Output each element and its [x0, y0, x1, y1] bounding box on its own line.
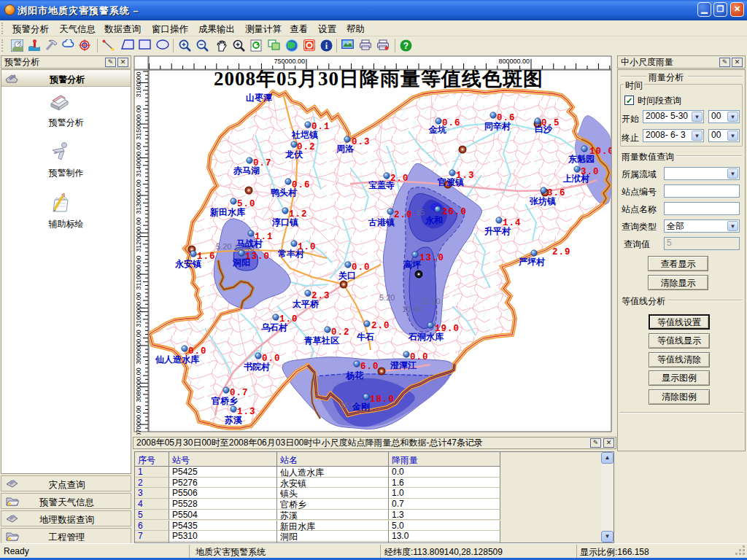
svg-text:社垲镇: 社垲镇 [291, 130, 318, 140]
svg-text:常丰村: 常丰村 [277, 249, 304, 259]
svg-text:牛石: 牛石 [357, 332, 374, 342]
svg-text:东魁园: 东魁园 [568, 154, 595, 164]
svg-text:官桥乡: 官桥乡 [211, 396, 238, 406]
svg-text:淳口镇: 淳口镇 [271, 217, 298, 228]
svg-text:3100000.00: 3100000.00 [135, 292, 142, 327]
svg-text:3140000.00: 3140000.00 [135, 142, 142, 177]
svg-text:乌石村: 乌石村 [261, 322, 287, 332]
svg-text:太平桥: 太平桥 [292, 299, 320, 309]
svg-text:周洛: 周洛 [336, 144, 355, 154]
svg-text:2.0: 2.0 [394, 210, 413, 220]
svg-text:5.20: 5.20 [216, 242, 231, 251]
svg-text:鸭头村: 鸭头村 [271, 187, 297, 198]
svg-text:3130000.00: 3130000.00 [135, 179, 142, 214]
svg-text:苏溪: 苏溪 [224, 415, 243, 425]
svg-text:仙人造水库: 仙人造水库 [155, 354, 200, 365]
svg-text:新田水库: 新田水库 [209, 207, 246, 217]
svg-text:澄潭江: 澄潭江 [390, 360, 417, 370]
svg-text:高坪: 高坪 [403, 260, 421, 270]
svg-text:古港镇: 古港镇 [368, 217, 395, 228]
svg-text:宝盖寺: 宝盖寺 [368, 180, 395, 190]
svg-text:杨花: 杨花 [345, 370, 364, 381]
svg-text:山枣潭: 山枣潭 [246, 93, 272, 103]
svg-text:龙伏: 龙伏 [285, 149, 303, 160]
svg-text:2.9: 2.9 [552, 247, 571, 257]
svg-text:上洑村: 上洑村 [562, 174, 589, 184]
svg-text:3090000.00: 3090000.00 [135, 330, 142, 365]
svg-text:洞阳: 洞阳 [232, 257, 250, 268]
svg-text:3110000.00: 3110000.00 [135, 256, 142, 290]
svg-text:关口: 关口 [338, 271, 356, 281]
svg-text:750000.00: 750000.00 [274, 58, 305, 65]
svg-text:13.0: 13.0 [419, 253, 444, 263]
svg-text:10.40: 10.40 [402, 305, 422, 314]
svg-text:3150000.00: 3150000.00 [135, 105, 142, 140]
svg-text:张坊镇: 张坊镇 [529, 196, 556, 206]
svg-text:18.0: 18.0 [370, 394, 395, 405]
svg-text:800000.00: 800000.00 [498, 58, 530, 65]
svg-text:青草社区: 青草社区 [303, 335, 339, 346]
svg-text:永安镇: 永安镇 [174, 259, 201, 269]
svg-text:升平村: 升平村 [484, 226, 511, 236]
svg-text:赤马湖: 赤马湖 [233, 166, 260, 176]
svg-text:3160000: 3160000 [135, 71, 142, 97]
svg-text:永和: 永和 [425, 215, 443, 225]
svg-text:26.0: 26.0 [442, 207, 467, 217]
svg-text:马战村: 马战村 [236, 238, 263, 249]
svg-text:金坑: 金坑 [428, 125, 446, 135]
svg-text:白沙: 白沙 [535, 124, 553, 134]
svg-text:金刚: 金刚 [352, 402, 370, 412]
svg-text:书院村: 书院村 [244, 362, 270, 372]
svg-text:15: 15 [416, 208, 425, 217]
svg-text:5.20: 5.20 [379, 293, 395, 302]
svg-text:0.3: 0.3 [352, 137, 371, 147]
svg-text:3120000.00: 3120000.00 [135, 217, 142, 252]
svg-text:3080000.00: 3080000.00 [135, 368, 142, 402]
svg-text:同辛村: 同辛村 [484, 121, 511, 131]
svg-text:官渡镇: 官渡镇 [437, 177, 464, 187]
svg-text:严坪村: 严坪村 [518, 257, 545, 267]
svg-text:石洞水库: 石洞水库 [408, 332, 444, 342]
svg-text:2.0: 2.0 [371, 321, 390, 331]
svg-text:2008年05月30日降雨量等值线色斑图: 2008年05月30日降雨量等值线色斑图 [214, 68, 543, 90]
svg-text:3070000.00: 3070000.00 [135, 405, 142, 435]
svg-text:15.60: 15.60 [420, 297, 441, 306]
svg-text:?: ? [403, 41, 409, 51]
